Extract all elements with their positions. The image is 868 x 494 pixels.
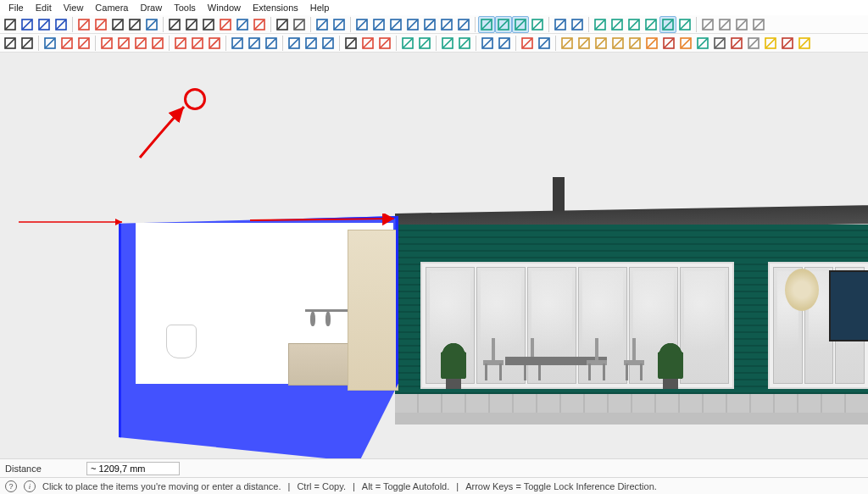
protractor-tool[interactable]: [126, 16, 143, 33]
menu-tools[interactable]: Tools: [169, 2, 201, 14]
arrow-tool[interactable]: [19, 35, 36, 52]
print-button[interactable]: [438, 16, 455, 33]
extension-button-2[interactable]: [716, 16, 733, 33]
compass-tool[interactable]: [251, 16, 268, 33]
info-icon[interactable]: i: [24, 480, 36, 492]
extension-button-1[interactable]: [699, 16, 716, 33]
layers-3-button[interactable]: [439, 35, 456, 52]
frame-2-tool[interactable]: [796, 35, 813, 52]
rectangle-tool[interactable]: [98, 35, 115, 52]
cube-2-tool[interactable]: [711, 35, 728, 52]
eraser-tool[interactable]: [19, 16, 36, 33]
select-tool[interactable]: [2, 16, 19, 33]
cut-button[interactable]: [404, 16, 421, 33]
circle-tool[interactable]: [132, 35, 149, 52]
solid-tools-5[interactable]: [659, 16, 676, 33]
solid-tools-6[interactable]: [676, 16, 693, 33]
new-button[interactable]: [455, 16, 472, 33]
zoom-tool[interactable]: [166, 16, 183, 33]
menu-camera[interactable]: Camera: [90, 2, 133, 14]
help-icon[interactable]: ?: [5, 480, 17, 492]
solid-tools-3[interactable]: [626, 16, 643, 33]
selected-section-group[interactable]: [119, 216, 398, 458]
house-model[interactable]: [124, 209, 868, 458]
solid-tools-4[interactable]: [643, 16, 659, 33]
redo-button[interactable]: [331, 16, 348, 33]
copy-button[interactable]: [421, 16, 438, 33]
paste-button[interactable]: [387, 16, 404, 33]
layers-4-button[interactable]: [456, 35, 473, 52]
component-button[interactable]: [552, 16, 569, 33]
tape-measure-tool[interactable]: [109, 16, 126, 33]
undo-button[interactable]: [314, 16, 331, 33]
pyramid-tool[interactable]: [728, 35, 745, 52]
paint-2-tool[interactable]: [626, 35, 643, 52]
pan-tool[interactable]: [217, 16, 234, 33]
3d-warehouse-button[interactable]: [370, 16, 387, 33]
outliner-button[interactable]: [569, 16, 586, 33]
rotated-rectangle-tool[interactable]: [115, 35, 132, 52]
side-view-button[interactable]: [529, 16, 546, 33]
look-around-tool[interactable]: [291, 16, 308, 33]
zoom-2-tool[interactable]: [342, 35, 359, 52]
top-view-button[interactable]: [495, 16, 512, 33]
layers-2-button[interactable]: [416, 35, 433, 52]
pencil-line-tool[interactable]: [559, 35, 576, 52]
frame-tool[interactable]: [779, 35, 796, 52]
plugin-a2[interactable]: [536, 35, 553, 52]
zoom-extents-tool[interactable]: [200, 16, 217, 33]
orbit-tool[interactable]: [234, 16, 251, 33]
rotate-tool[interactable]: [189, 35, 206, 52]
menu-edit[interactable]: Edit: [31, 2, 57, 14]
menu-extensions[interactable]: Extensions: [248, 2, 303, 14]
eraser-2-tool[interactable]: [42, 35, 58, 52]
distance-input[interactable]: [86, 462, 180, 475]
iso-view-button[interactable]: [478, 16, 495, 33]
scissors-tool[interactable]: [745, 35, 762, 52]
pan-2-tool[interactable]: [376, 35, 393, 52]
report-button[interactable]: [479, 35, 496, 52]
viewport-canvas[interactable]: [0, 53, 868, 458]
crosshair-tool[interactable]: [53, 16, 70, 33]
dimension-tool[interactable]: [229, 35, 246, 52]
model-info-button[interactable]: [353, 16, 370, 33]
solid-tools-2[interactable]: [609, 16, 626, 33]
menu-file[interactable]: File: [3, 2, 29, 14]
pushpull-tool[interactable]: [286, 35, 303, 52]
plugin-a1[interactable]: [519, 35, 536, 52]
curve-tool[interactable]: [762, 35, 779, 52]
box-tool[interactable]: [677, 35, 694, 52]
offset-2-tool[interactable]: [320, 35, 337, 52]
menu-draw[interactable]: Draw: [135, 2, 167, 14]
scale-tool[interactable]: [206, 35, 223, 52]
walk-tool[interactable]: [274, 16, 291, 33]
line-tool[interactable]: [75, 16, 92, 33]
move-tool[interactable]: [172, 35, 189, 52]
polygon-tool[interactable]: [149, 35, 166, 52]
menu-window[interactable]: Window: [203, 2, 246, 14]
settings-button[interactable]: [496, 35, 513, 52]
zoom-window-tool[interactable]: [183, 16, 200, 33]
ruler-2-tool[interactable]: [593, 35, 609, 52]
text-tool[interactable]: [246, 35, 263, 52]
offset-tool[interactable]: [92, 16, 109, 33]
axes-tool[interactable]: [143, 16, 160, 33]
search-tool[interactable]: [2, 35, 19, 52]
ruler-tool[interactable]: [576, 35, 593, 52]
followme-tool[interactable]: [303, 35, 320, 52]
section-plane-tool[interactable]: [263, 35, 280, 52]
menu-help[interactable]: Help: [305, 2, 335, 14]
layers-1-button[interactable]: [399, 35, 416, 52]
menu-view[interactable]: View: [58, 2, 89, 14]
extension-button-4[interactable]: [750, 16, 767, 33]
paint-tool[interactable]: [609, 35, 626, 52]
freehand-tool[interactable]: [75, 35, 92, 52]
folder-red-button[interactable]: [660, 35, 677, 52]
tag-tool[interactable]: [36, 16, 53, 33]
solid-tools-1[interactable]: [592, 16, 609, 33]
orbit-2-tool[interactable]: [359, 35, 376, 52]
pencil-tool[interactable]: [58, 35, 75, 52]
extension-button-3[interactable]: [733, 16, 750, 33]
folder-orange-button[interactable]: [643, 35, 660, 52]
cube-tool[interactable]: [694, 35, 711, 52]
